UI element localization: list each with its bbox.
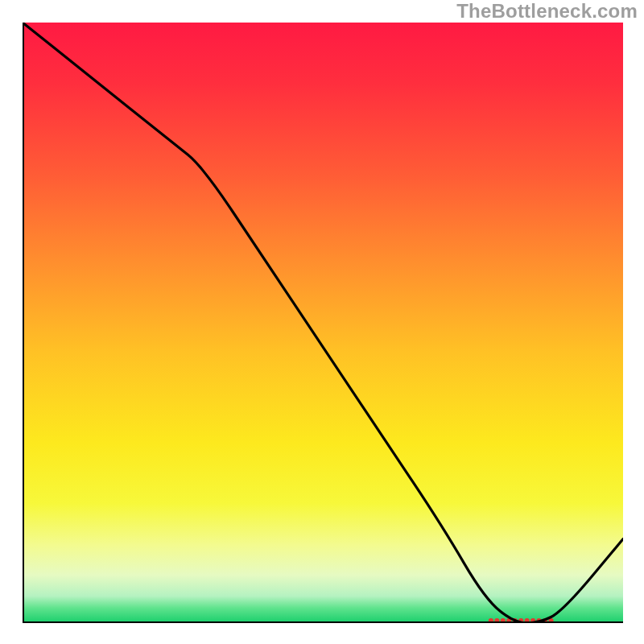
gradient-background <box>23 23 623 623</box>
chart-container: TheBottleneck.com <box>0 0 644 644</box>
plot-area <box>23 23 623 623</box>
chart-svg <box>23 23 623 623</box>
watermark-text: TheBottleneck.com <box>456 0 638 23</box>
